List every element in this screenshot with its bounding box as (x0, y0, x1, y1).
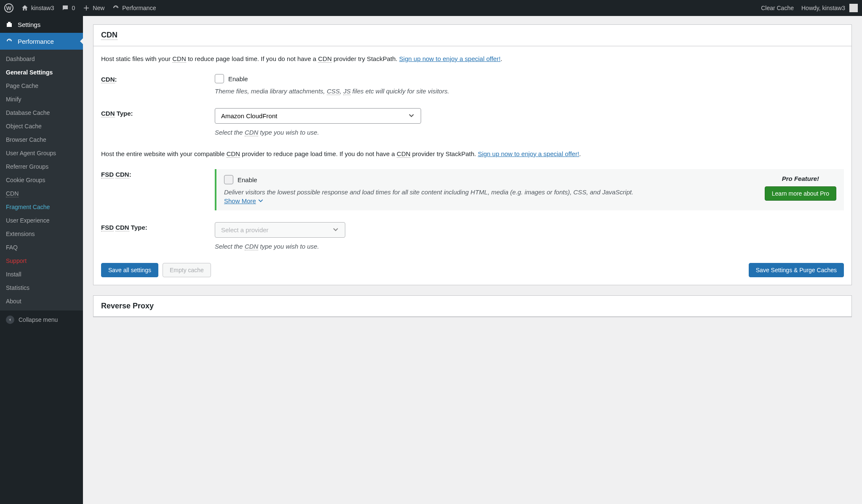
cdn-type-control: Amazon CloudFront Select the CDN type yo… (215, 108, 844, 138)
home-icon (21, 4, 29, 12)
learn-more-pro-button[interactable]: Learn more about Pro (765, 186, 836, 201)
submenu-support[interactable]: Support (0, 254, 83, 268)
submenu-cdn[interactable]: CDN (0, 187, 83, 200)
signup-link[interactable]: Sign up now to enjoy a special offer! (399, 55, 501, 62)
save-all-button[interactable]: Save all settings (101, 263, 158, 277)
sidebar-performance-label: Performance (18, 38, 54, 45)
fsd-cdn-control: Enable Deliver visitors the lowest possi… (215, 169, 844, 210)
cdn-type-row: CDN Type: Amazon CloudFront Select the C… (101, 108, 844, 138)
settings-icon (5, 20, 13, 29)
cdn-type-label: CDN Type: (101, 108, 215, 138)
submenu-faq[interactable]: FAQ (0, 241, 83, 254)
submenu-referrer-groups[interactable]: Referrer Groups (0, 160, 83, 173)
submenu-dashboard[interactable]: Dashboard (0, 52, 83, 66)
wp-logo[interactable]: W (4, 3, 13, 13)
sidebar-item-settings[interactable]: Settings (0, 16, 83, 33)
fsd-cdn-type-select: Select a provider (215, 222, 345, 238)
fsd-cdn-row: FSD CDN: Enable Deliver visitors the low… (101, 169, 844, 210)
submenu-statistics[interactable]: Statistics (0, 281, 83, 294)
comments-link[interactable]: 0 (61, 4, 75, 12)
submenu-database-cache[interactable]: Database Cache (0, 106, 83, 119)
cdn-intro: Host static files with your CDN to reduc… (101, 54, 844, 64)
fsd-description: Deliver visitors the lowest possible res… (224, 188, 756, 197)
reverse-proxy-heading: Reverse Proxy (101, 302, 154, 310)
new-content-link[interactable]: New (83, 4, 104, 12)
cdn-enable-text: Enable (228, 75, 248, 82)
svg-rect-0 (7, 23, 12, 27)
show-more-link[interactable]: Show More (224, 197, 264, 204)
main-content: CDN Host static files with your CDN to r… (83, 16, 862, 504)
sidebar-settings-label: Settings (18, 21, 40, 28)
cdn-type-select[interactable]: Amazon CloudFront (215, 108, 421, 124)
fsd-enable-checkbox (224, 175, 233, 184)
cdn-button-row: Save all settings Empty cache Save Setti… (101, 263, 844, 277)
submenu-page-cache[interactable]: Page Cache (0, 79, 83, 93)
svg-rect-1 (8, 22, 11, 23)
submenu-user-agent-groups[interactable]: User Agent Groups (0, 146, 83, 160)
performance-link[interactable]: Performance (112, 4, 156, 12)
cdn-enable-label: CDN: (101, 74, 215, 96)
save-purge-button[interactable]: Save Settings & Purge Caches (749, 263, 844, 277)
admin-bar-right: Clear Cache Howdy, kinstaw3 (761, 4, 858, 12)
submenu-object-cache[interactable]: Object Cache (0, 119, 83, 133)
comments-count: 0 (72, 5, 75, 11)
admin-bar-left: W kinstaw3 0 New Performance (4, 3, 156, 13)
pro-feature-title: Pro Feature! (782, 175, 819, 182)
cdn-heading: CDN (101, 31, 117, 40)
fsd-signup-link[interactable]: Sign up now to enjoy a special offer! (478, 150, 579, 157)
cdn-enable-row: CDN: Enable Theme files, media library a… (101, 74, 844, 96)
sidebar-item-performance[interactable]: Performance (0, 33, 83, 50)
plus-icon (83, 4, 90, 12)
performance-label: Performance (122, 5, 156, 11)
submenu-about[interactable]: About (0, 294, 83, 308)
fsd-cdn-label: FSD CDN: (101, 169, 215, 210)
pro-feature-right: Pro Feature! Learn more about Pro (765, 175, 836, 204)
cdn-panel: CDN Host static files with your CDN to r… (93, 24, 852, 285)
submenu-fragment-cache[interactable]: Fragment Cache (0, 200, 83, 214)
submenu-user-experience[interactable]: User Experience (0, 214, 83, 227)
pro-feature-left: Enable Deliver visitors the lowest possi… (224, 175, 756, 204)
cdn-button-row-left: Save all settings Empty cache (101, 263, 211, 277)
empty-cache-button: Empty cache (163, 263, 211, 277)
submenu-cookie-groups[interactable]: Cookie Groups (0, 173, 83, 187)
fsd-cdn-type-description: Select the CDN type you wish to use. (215, 242, 844, 252)
cdn-panel-body: Host static files with your CDN to reduc… (93, 46, 851, 285)
fsd-cdn-type-control: Select a provider Select the CDN type yo… (215, 222, 844, 252)
fsd-cdn-type-row: FSD CDN Type: Select a provider Select t… (101, 222, 844, 252)
submenu-extensions[interactable]: Extensions (0, 227, 83, 241)
submenu-install[interactable]: Install (0, 268, 83, 281)
avatar-icon (849, 4, 858, 12)
wordpress-icon: W (4, 3, 13, 13)
fsd-intro: Host the entire website with your compat… (101, 149, 844, 159)
cdn-enable-description: Theme files, media library attachments, … (215, 87, 844, 96)
gauge-icon (112, 4, 120, 12)
new-label: New (93, 5, 104, 11)
admin-sidebar: Settings Performance Dashboard General S… (0, 16, 83, 504)
account-link[interactable]: Howdy, kinstaw3 (801, 4, 858, 12)
sidebar-submenu: Dashboard General Settings Page Cache Mi… (0, 50, 83, 310)
fsd-enable-text: Enable (238, 176, 257, 183)
reverse-proxy-panel: Reverse Proxy (93, 295, 852, 317)
cdn-type-description: Select the CDN type you wish to use. (215, 128, 844, 138)
site-name: kinstaw3 (31, 5, 54, 11)
pro-feature-box: Enable Deliver visitors the lowest possi… (215, 169, 844, 210)
collapse-icon (6, 316, 14, 324)
fsd-cdn-type-label: FSD CDN Type: (101, 222, 215, 252)
cdn-enable-checkbox[interactable] (215, 74, 224, 83)
submenu-minify[interactable]: Minify (0, 93, 83, 106)
howdy-text: Howdy, kinstaw3 (801, 5, 845, 11)
comment-icon (61, 4, 69, 12)
submenu-cdn-label: CDN (6, 190, 19, 197)
reverse-proxy-header: Reverse Proxy (93, 296, 851, 317)
cdn-enable-control: Enable Theme files, media library attach… (215, 74, 844, 96)
clear-cache-label: Clear Cache (761, 5, 794, 11)
performance-icon (5, 37, 13, 45)
submenu-browser-cache[interactable]: Browser Cache (0, 133, 83, 146)
clear-cache-link[interactable]: Clear Cache (761, 5, 794, 11)
admin-bar: W kinstaw3 0 New Performance Clear Cache… (0, 0, 862, 16)
collapse-menu-label: Collapse menu (19, 316, 58, 323)
cdn-panel-header: CDN (93, 25, 851, 46)
submenu-general-settings[interactable]: General Settings (0, 66, 83, 79)
collapse-menu-button[interactable]: Collapse menu (0, 310, 83, 329)
site-name-link[interactable]: kinstaw3 (21, 4, 54, 12)
